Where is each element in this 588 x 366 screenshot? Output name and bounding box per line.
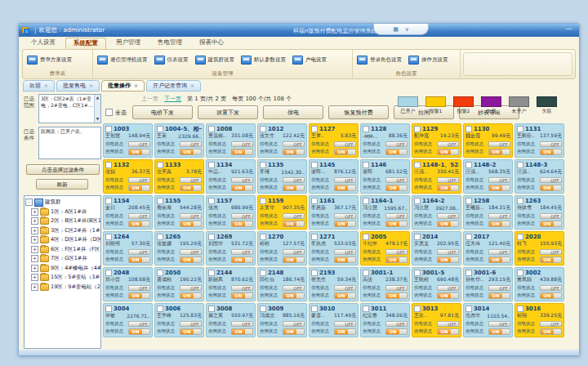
gate-status-toggle[interactable]: ON xyxy=(540,292,562,299)
gate-status-toggle[interactable]: ON xyxy=(488,328,510,335)
room-checkbox[interactable] xyxy=(157,126,163,132)
gate-status-toggle[interactable]: ON xyxy=(128,257,150,263)
supply-status-toggle[interactable]: OFF xyxy=(283,321,305,328)
supply-status-toggle[interactable]: OFF xyxy=(385,321,408,328)
supply-status-toggle[interactable]: OFF xyxy=(283,213,305,220)
document-tab[interactable]: 开户记录查询 × xyxy=(146,80,201,92)
gate-status-toggle[interactable]: ON xyxy=(334,221,356,227)
room-checkbox[interactable] xyxy=(105,306,112,312)
chevron-down-icon[interactable]: ∨ xyxy=(405,26,409,33)
room-checkbox[interactable] xyxy=(260,126,266,132)
room-card[interactable]: 1145 谢晖-.. 876.12元 供电状态 OFF 合闸状态 ON xyxy=(309,159,359,194)
gate-status-toggle[interactable]: ON xyxy=(334,257,356,263)
room-checkbox[interactable] xyxy=(363,126,369,132)
supply-status-toggle[interactable]: OFF xyxy=(385,285,408,292)
supply-status-toggle[interactable]: OFF xyxy=(385,141,408,148)
gate-status-toggle[interactable]: ON xyxy=(283,185,305,191)
expand-icon[interactable]: + xyxy=(31,265,38,272)
gate-status-toggle[interactable]: ON xyxy=(180,257,202,263)
room-card[interactable]: 3011 纪宏春 348.06元 供电状态 OFF 合闸状态 ON xyxy=(360,303,410,337)
room-checkbox[interactable] xyxy=(517,270,523,276)
supply-status-toggle[interactable]: OFF xyxy=(488,141,510,148)
room-card[interactable]: 2193 侯先生 59.34元 供电状态 OFF 合闸状态 ON xyxy=(309,267,359,301)
gate-status-toggle[interactable]: ON xyxy=(283,221,305,227)
room-checkbox[interactable] xyxy=(414,270,421,276)
room-checkbox[interactable] xyxy=(208,198,215,204)
supply-status-toggle[interactable]: OFF xyxy=(180,249,202,256)
room-card[interactable]: 1012 张文生 122.42元 供电状态 OFF 合闸状态 ON xyxy=(257,123,307,158)
supply-status-toggle[interactable]: OFF xyxy=(231,321,253,328)
gate-status-toggle[interactable]: ON xyxy=(128,221,150,227)
supply-status-toggle[interactable]: OFF xyxy=(488,249,510,256)
room-checkbox[interactable] xyxy=(363,270,369,276)
gate-status-toggle[interactable]: ON xyxy=(231,257,253,263)
action-button[interactable]: 恢复预付费 xyxy=(328,105,389,119)
supply-status-toggle[interactable]: OFF xyxy=(437,321,459,328)
minimize-button[interactable]: — xyxy=(563,25,575,33)
gate-status-toggle[interactable]: ON xyxy=(334,292,356,299)
tree-item[interactable]: + 4区：D区1#井（D区1 xyxy=(25,235,100,245)
room-checkbox[interactable] xyxy=(105,234,112,240)
supply-status-toggle[interactable]: OFF xyxy=(231,285,253,292)
supply-status-toggle[interactable]: OFF xyxy=(540,249,562,256)
room-card[interactable]: 1263 侍妹雪 184.45元 供电状态 OFF 合闸状态 ON xyxy=(514,195,564,230)
room-checkbox[interactable] xyxy=(260,234,266,240)
room-card[interactable]: 3001-5 王晓程 690.48元 供电状态 OFF 合闸状态 ON xyxy=(412,267,461,301)
room-checkbox[interactable] xyxy=(208,306,215,312)
gate-status-toggle[interactable]: ON xyxy=(437,221,459,227)
supply-status-toggle[interactable]: OFF xyxy=(385,213,408,220)
room-checkbox[interactable] xyxy=(157,162,163,168)
room-checkbox[interactable] xyxy=(157,234,163,240)
expand-icon[interactable]: + xyxy=(31,246,38,253)
tree-item[interactable]: + 9区：4#楼电井（4#楼 xyxy=(25,264,100,274)
tree-item[interactable]: + 19区：9#变电站（2#… xyxy=(25,283,100,292)
room-card[interactable]: 1131 王殿臣.. 137.59元 供电状态 OFF 合闸状态 ON xyxy=(514,123,564,158)
room-checkbox[interactable] xyxy=(157,270,163,276)
room-checkbox[interactable] xyxy=(517,162,523,168)
tree-root[interactable]: - 建筑群 xyxy=(25,198,100,208)
room-checkbox[interactable] xyxy=(157,306,163,312)
room-checkbox[interactable] xyxy=(466,198,472,204)
supply-status-toggle[interactable]: OFF xyxy=(385,249,408,256)
gate-status-toggle[interactable]: ON xyxy=(180,328,202,335)
room-card[interactable]: 3010 廖彦.. 117.49元 供电状态 OFF 合闸状态 ON xyxy=(309,303,359,337)
action-button[interactable]: 设置下发 xyxy=(198,105,258,119)
ribbon-button[interactable]: 操作员设置 xyxy=(408,56,448,65)
room-checkbox[interactable] xyxy=(311,234,318,240)
room-checkbox[interactable] xyxy=(260,270,266,276)
gate-status-toggle[interactable]: ON xyxy=(128,149,150,155)
room-card[interactable]: 1132 张娟 36.37元 供电状态 OFF 合闸状态 ON xyxy=(103,159,153,194)
room-card[interactable]: 1135 李瑾 1542.30.. 供电状态 OFF 合闸状态 ON xyxy=(257,159,307,194)
gate-status-toggle[interactable]: ON xyxy=(385,328,408,335)
ribbon-tab[interactable]: 个人设置 xyxy=(24,38,63,49)
room-checkbox[interactable] xyxy=(260,198,266,204)
room-card[interactable]: 3004 许敏 2276.71.. 供电状态 OFF 合闸状态 ON xyxy=(103,303,153,337)
supply-status-toggle[interactable]: OFF xyxy=(180,321,202,328)
supply-status-toggle[interactable]: OFF xyxy=(334,321,356,328)
room-checkbox[interactable] xyxy=(363,162,369,168)
gate-status-toggle[interactable]: ON xyxy=(180,221,202,227)
supply-status-toggle[interactable]: OFF xyxy=(437,177,459,184)
supply-status-toggle[interactable]: OFF xyxy=(385,177,408,184)
gate-status-toggle[interactable]: ON xyxy=(334,149,356,155)
gate-status-toggle[interactable]: ON xyxy=(437,257,459,263)
ribbon-button[interactable]: 费率方案设置 xyxy=(27,56,72,65)
expand-icon[interactable]: + xyxy=(31,255,38,262)
gate-status-toggle[interactable]: ON xyxy=(488,257,510,263)
room-card[interactable]: 3014 仇杰华 1103.54.. 供电状态 OFF 合闸状态 ON xyxy=(463,303,513,337)
supply-status-toggle[interactable]: OFF xyxy=(488,321,510,328)
ribbon-button[interactable]: 登录角色设置 xyxy=(357,56,402,65)
gate-status-toggle[interactable]: ON xyxy=(180,185,202,191)
room-checkbox[interactable] xyxy=(414,306,421,312)
supply-status-toggle[interactable]: OFF xyxy=(334,177,356,184)
room-card[interactable]: 1264 刘晓明 57.30元 供电状态 OFF 合闸状态 ON xyxy=(103,231,153,266)
tree-item[interactable]: + 3区：C区2#井（1#变… xyxy=(25,226,100,236)
gate-status-toggle[interactable]: ON xyxy=(488,149,510,155)
ribbon-button[interactable]: 建筑群设置 xyxy=(195,56,235,65)
room-checkbox[interactable] xyxy=(466,126,472,132)
supply-status-toggle[interactable]: OFF xyxy=(540,177,562,184)
room-checkbox[interactable] xyxy=(517,306,523,312)
supply-status-toggle[interactable]: OFF xyxy=(180,177,202,184)
supply-status-toggle[interactable]: OFF xyxy=(334,249,356,256)
gate-status-toggle[interactable]: ON xyxy=(385,149,408,155)
